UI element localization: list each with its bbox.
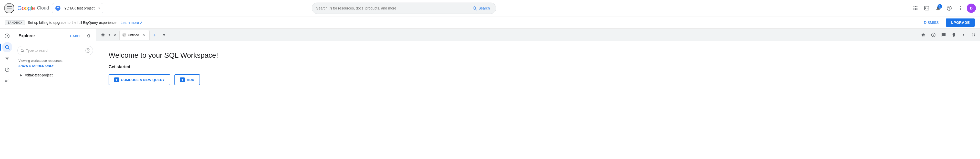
user-avatar[interactable]: D: [967, 3, 976, 13]
svg-rect-2: [913, 6, 914, 7]
tab-query-icon: [122, 33, 126, 37]
pin-icon: [5, 33, 10, 39]
sidebar-history-button[interactable]: [2, 64, 12, 75]
info-icon: [931, 32, 936, 37]
project-tree: ▶ ydtak-test-project ☆ ⋮: [14, 70, 96, 80]
svg-rect-5: [913, 8, 914, 8]
more-vert-icon: [958, 6, 963, 11]
search-button[interactable]: Search: [470, 5, 492, 11]
tab-expand-button[interactable]: [969, 30, 978, 40]
chat-icon: [941, 32, 946, 37]
svg-rect-10: [916, 9, 917, 10]
untitled-tab[interactable]: Untitled ✕: [119, 30, 150, 40]
svg-point-16: [960, 8, 961, 8]
explorer-search-input-wrap: ?: [18, 46, 93, 55]
svg-line-1: [476, 9, 476, 10]
sidebar-filter-button[interactable]: [2, 53, 12, 64]
google-logo-text: Google: [18, 5, 35, 11]
svg-rect-9: [915, 9, 916, 10]
svg-point-35: [124, 35, 125, 35]
tab-query-svg-icon: [123, 34, 126, 36]
explorer-search: ?: [14, 43, 96, 58]
search-btn-label: Search: [479, 6, 490, 10]
tab-close-button[interactable]: ✕: [141, 32, 147, 38]
tab-label: Untitled: [128, 33, 139, 37]
svg-point-19: [6, 35, 8, 37]
search-bar-container: Search: [312, 3, 496, 14]
notification-button[interactable]: 1: [933, 3, 943, 13]
hamburger-icon: [7, 6, 12, 10]
console-button[interactable]: [921, 3, 932, 13]
sidebar-history-icon: [5, 67, 10, 72]
sidebar-search-icon: [5, 45, 10, 50]
viewing-workspace-text: Viewing workspace resources.: [18, 59, 92, 63]
tabs-bar: ▾ ✕ Untitled ✕ ＋ ▾: [96, 29, 980, 41]
project-tree-item[interactable]: ▶ ydtak-test-project ☆ ⋮: [16, 71, 94, 79]
workspace-content: Welcome to your SQL Workspace! Get start…: [96, 41, 980, 159]
compose-plus-icon: +: [114, 77, 119, 82]
sandbox-badge: SANDBOX: [5, 20, 25, 25]
explorer-info: Viewing workspace resources. SHOW STARRE…: [14, 58, 96, 70]
tab-home-chevron-icon[interactable]: ▾: [108, 33, 110, 37]
svg-rect-4: [916, 6, 917, 7]
google-cloud-logo[interactable]: Google Cloud: [18, 5, 49, 11]
compose-btn-label: COMPOSE A NEW QUERY: [121, 78, 165, 82]
tab-bulb-button[interactable]: [949, 30, 958, 40]
tab-more-button[interactable]: ▾: [160, 31, 168, 39]
explorer-help-icon[interactable]: ?: [86, 48, 90, 53]
tabs-right-icons: ▾: [918, 30, 978, 40]
explorer-panel: Explorer + ADD ? Viewing workspace resou…: [14, 29, 96, 159]
bulb-chevron-icon[interactable]: ▾: [959, 31, 968, 39]
project-name: YDTAK test project: [62, 6, 96, 10]
expand-icon: [971, 32, 976, 37]
help-icon: [947, 6, 952, 11]
tab-chat-button[interactable]: [939, 30, 948, 40]
explorer-add-button[interactable]: + ADD: [68, 33, 82, 39]
console-icon: [924, 6, 929, 11]
svg-rect-3: [915, 6, 916, 7]
more-options-button[interactable]: [955, 3, 966, 13]
compose-query-button[interactable]: + COMPOSE A NEW QUERY: [108, 74, 170, 85]
help-button[interactable]: [944, 3, 955, 13]
explorer-header: Explorer + ADD: [14, 29, 96, 43]
svg-point-27: [5, 80, 6, 82]
svg-rect-7: [916, 8, 917, 8]
svg-point-38: [933, 34, 934, 34]
sandbox-banner: SANDBOX Set up billing to upgrade to the…: [0, 16, 980, 29]
tab-home-right-button[interactable]: [918, 30, 928, 40]
explorer-collapse-button[interactable]: [84, 32, 92, 40]
tab-home-button[interactable]: [99, 30, 108, 40]
explorer-search-icon: [20, 48, 24, 53]
dismiss-button[interactable]: DISMISS: [920, 18, 943, 27]
project-selector[interactable]: Y YDTAK test project ▾: [52, 3, 103, 13]
sidebar-share-button[interactable]: [2, 76, 12, 86]
show-starred-button[interactable]: SHOW STARRED ONLY: [18, 64, 54, 68]
tab-info-button[interactable]: [929, 30, 938, 40]
svg-point-28: [8, 82, 9, 83]
learn-more-label: Learn more: [121, 21, 139, 25]
search-input[interactable]: [316, 6, 468, 10]
hamburger-menu-button[interactable]: [4, 3, 14, 13]
cloud-logo-text: Cloud: [37, 5, 49, 11]
svg-line-29: [6, 80, 8, 80]
sidebar-search-button[interactable]: [2, 42, 12, 52]
external-link-icon: ↗: [140, 21, 143, 25]
svg-rect-8: [913, 9, 914, 10]
collapse-panel-icon: [85, 33, 91, 39]
workspace-add-button[interactable]: + ADD: [175, 74, 200, 85]
apps-button[interactable]: [910, 3, 921, 13]
project-tree-name: ydtak-test-project: [25, 73, 81, 77]
upgrade-button[interactable]: UPGRADE: [946, 18, 975, 27]
nav-right-icons: 1 D: [910, 3, 976, 13]
svg-point-15: [960, 6, 961, 7]
search-bar: Search: [312, 3, 496, 14]
learn-more-link[interactable]: Learn more ↗: [121, 21, 143, 25]
project-chevron-icon: ▾: [99, 6, 100, 10]
tab-add-button[interactable]: ＋: [151, 31, 159, 39]
sidebar-pin-button[interactable]: [2, 31, 12, 41]
icon-sidebar: [0, 29, 14, 159]
explorer-search-input[interactable]: [26, 48, 84, 53]
svg-rect-6: [915, 8, 916, 8]
tab-home-right-icon: [921, 32, 926, 37]
tab-home-close-button[interactable]: ✕: [112, 32, 118, 38]
